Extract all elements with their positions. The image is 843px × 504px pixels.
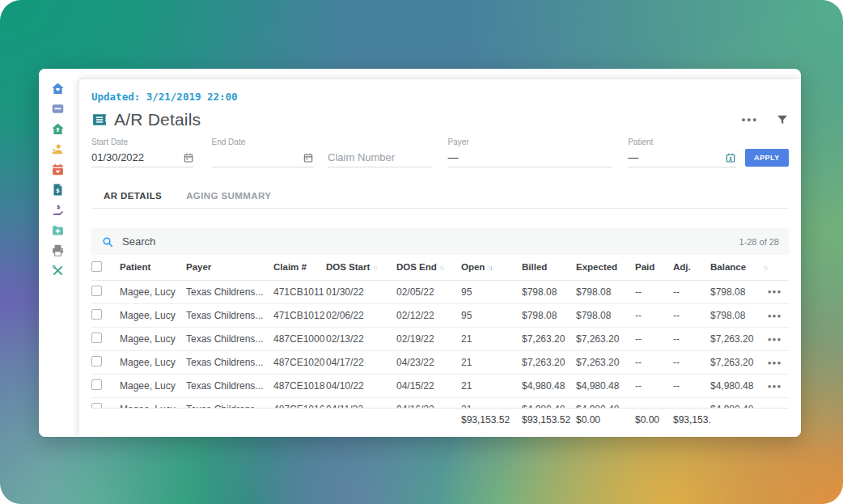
row-checkbox[interactable]	[91, 281, 120, 304]
table-scroll-area[interactable]: Magee, LucyTexas Childrens...471CB101101…	[91, 281, 789, 409]
col-expected: Expected	[576, 255, 635, 280]
patient-value: —	[628, 151, 638, 163]
more-options-button[interactable]: ●●●	[741, 113, 758, 127]
select-all-checkbox[interactable]	[91, 255, 120, 280]
table-cell: --	[635, 328, 673, 351]
table-row: Magee, LucyTexas Childrens...487CE101804…	[91, 375, 789, 398]
start-date-label: Start Date	[91, 138, 194, 148]
row-actions-button[interactable]: ●●●	[760, 398, 789, 409]
table-cell: 487CE1016	[273, 398, 326, 409]
total-billed: $93,153.52	[461, 409, 522, 431]
sidebar-item-patients[interactable]	[48, 142, 67, 156]
table-cell: Texas Childrens...	[186, 398, 273, 409]
row-checkbox[interactable]	[91, 398, 120, 409]
page-title: A/R Details	[114, 110, 201, 129]
payer-label: Payer	[448, 138, 612, 148]
tab-ar-details[interactable]: AR DETAILS	[104, 184, 162, 208]
table-cell: $7,263.20	[576, 351, 635, 375]
table-cell: $798.08	[522, 304, 576, 328]
start-date-field[interactable]: Start Date 01/30/2022	[91, 138, 194, 167]
table-cell: 21	[461, 398, 522, 409]
sidebar-item-fax[interactable]	[48, 244, 67, 257]
table-cell: $798.08	[710, 304, 760, 328]
sidebar-item-inbox[interactable]	[48, 102, 67, 116]
sidebar-item-billing[interactable]: $	[48, 183, 67, 197]
row-checkbox[interactable]	[91, 304, 120, 328]
table-cell: 04/15/22	[396, 375, 461, 398]
claim-number-input[interactable]	[328, 151, 432, 163]
filter-button[interactable]	[776, 113, 789, 126]
table-cell: $7,263.20	[522, 328, 576, 351]
last-updated-text: Updated: 3/21/2019 22:00	[91, 91, 789, 103]
table-cell: --	[673, 281, 710, 304]
sort-icons: ↑↓	[372, 264, 376, 272]
calendar-icon	[303, 152, 314, 163]
sidebar-item-home-arrow[interactable]	[48, 122, 67, 136]
table-cell: 487CE1020	[273, 351, 326, 375]
table-row: Magee, LucyTexas Childrens...471CB101101…	[91, 281, 789, 304]
table-cell: 02/05/22	[396, 281, 461, 304]
table-cell: --	[673, 351, 710, 375]
sort-icons: ↑↓	[439, 264, 443, 272]
table-cell: 21	[461, 375, 522, 398]
sidebar-item-home[interactable]	[48, 82, 67, 95]
table-cell: $7,263.20	[710, 328, 760, 351]
svg-text:$: $	[56, 204, 59, 210]
patient-lookup-icon	[725, 152, 736, 163]
folder-add-icon	[51, 223, 65, 237]
end-date-field[interactable]: End Date	[212, 138, 315, 167]
col-open[interactable]: Open↑↓	[461, 255, 522, 280]
col-actions-sort[interactable]: ↑↓	[760, 255, 789, 280]
col-payer: Payer	[186, 255, 273, 280]
home-arrow-icon	[51, 122, 65, 136]
sidebar-item-payments[interactable]: $	[48, 203, 67, 217]
table-cell: $7,263.20	[576, 328, 635, 351]
calendar-icon	[183, 152, 194, 163]
row-actions-button[interactable]: ●●●	[760, 375, 789, 398]
ar-table-body: Magee, LucyTexas Childrens...471CB101101…	[91, 281, 789, 409]
search-input[interactable]	[122, 235, 365, 248]
table-row: Magee, LucyTexas Childrens...487CE101604…	[91, 398, 789, 409]
pagination-range: 1-28 of 28	[739, 237, 779, 247]
tools-icon	[51, 264, 65, 277]
table-cell: $798.08	[710, 281, 760, 304]
col-dos-start[interactable]: DOS Start↑↓	[326, 255, 396, 280]
col-paid: Paid	[635, 255, 673, 280]
table-cell: Texas Childrens...	[186, 328, 273, 351]
tab-aging-summary[interactable]: AGING SUMMARY	[186, 184, 271, 208]
table-row: Magee, LucyTexas Childrens...487CE102004…	[91, 351, 789, 375]
table-cell: --	[635, 398, 673, 409]
total-adj: $0.00	[635, 409, 673, 431]
row-checkbox[interactable]	[91, 351, 120, 375]
row-actions-button[interactable]: ●●●	[760, 281, 789, 304]
table-cell: Texas Childrens...	[186, 375, 273, 398]
row-actions-button[interactable]: ●●●	[760, 304, 789, 328]
table-cell: 02/06/22	[326, 304, 396, 328]
inbox-icon	[51, 102, 65, 116]
end-date-label: End Date	[212, 138, 315, 148]
col-adj: Adj.	[673, 255, 710, 280]
table-cell: Magee, Lucy	[120, 351, 186, 375]
sidebar-item-folder-add[interactable]	[48, 223, 67, 237]
table-cell: 487CE1018	[273, 375, 326, 398]
table-cell: $4,980.48	[576, 375, 635, 398]
claim-number-field[interactable]	[328, 138, 432, 167]
table-cell: $798.08	[576, 304, 635, 328]
row-checkbox[interactable]	[91, 328, 120, 351]
payer-field[interactable]: Payer —	[448, 138, 612, 167]
table-cell: $7,263.20	[522, 351, 576, 375]
apply-button[interactable]: APPLY	[745, 149, 789, 167]
ar-table-header: Patient Payer Claim # DOS Start↑↓ DOS En…	[91, 255, 789, 281]
table-search-bar: 1-28 of 28	[91, 228, 789, 255]
row-actions-button[interactable]: ●●●	[760, 328, 789, 351]
row-checkbox[interactable]	[91, 375, 120, 398]
sidebar-item-tools[interactable]	[48, 264, 67, 277]
patient-field[interactable]: Patient —	[628, 138, 735, 167]
sidebar-item-calendar-heart[interactable]	[48, 163, 67, 176]
table-cell: 471CB1011	[273, 281, 326, 304]
table-cell: Texas Childrens...	[186, 304, 273, 328]
patient-label: Patient	[628, 138, 735, 148]
row-actions-button[interactable]: ●●●	[760, 351, 789, 375]
col-dos-end[interactable]: DOS End↑↓	[396, 255, 461, 280]
table-cell: Magee, Lucy	[120, 281, 186, 304]
